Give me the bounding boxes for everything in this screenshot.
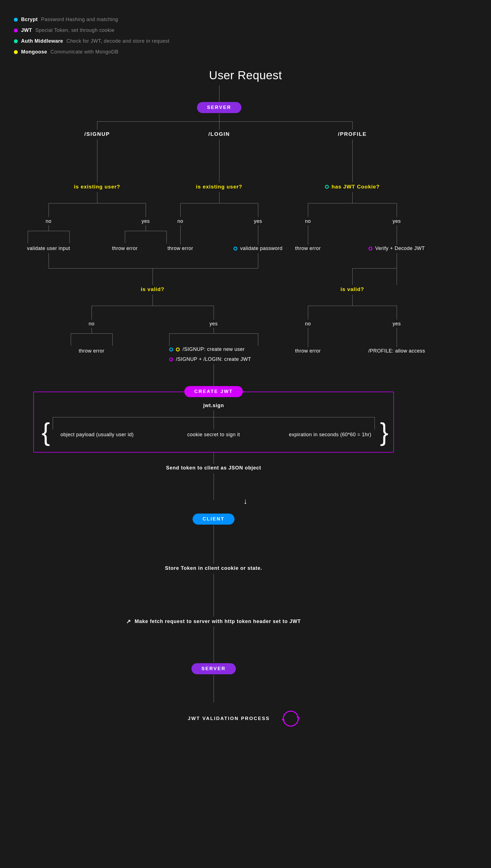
connector-line [219, 192, 220, 203]
ring-icon [234, 247, 237, 251]
ring-icon [169, 358, 173, 362]
route-login: /LOGIN [208, 131, 230, 137]
connector-line [308, 203, 308, 217]
legend-item: Mongoose Communicate with MongoDB [14, 49, 477, 55]
connector-line [213, 306, 214, 319]
connector-line [308, 203, 397, 204]
connector-line [213, 626, 214, 662]
connector-line [169, 333, 170, 346]
connector-line [258, 225, 258, 245]
action-throw-error: throw error [168, 246, 193, 251]
legend-name: Bcrypt [21, 17, 38, 23]
legend-item: Bcrypt Password Hashing and matching [14, 17, 477, 23]
action-throw-error: throw error [295, 348, 321, 354]
dot-icon [14, 50, 18, 54]
action-text: validate password [240, 246, 283, 251]
connector-line [352, 268, 397, 269]
legend-desc: Communicate with MongoDB [51, 49, 118, 55]
cycle-arrows-icon [278, 706, 303, 731]
ring-icon [325, 185, 329, 189]
client-pill: CLIENT [193, 514, 234, 525]
connector-line [49, 203, 146, 204]
connector-line [308, 225, 308, 245]
jwt-expiration: expiration in seconds (60*60 = 1hr) [289, 432, 371, 438]
connector-line [219, 140, 220, 182]
connector-line [152, 268, 153, 285]
connector-line [97, 192, 97, 203]
action-validate-password: validate password [234, 246, 283, 251]
question-text: has JWT Cookie? [331, 184, 379, 190]
connector-line [352, 294, 353, 306]
action-text: Verify + Decode JWT [375, 246, 425, 251]
answer-yes: yes [254, 218, 262, 224]
legend-name: Auth Middleware [21, 38, 63, 44]
question-text: is existing user? [74, 184, 120, 190]
action-throw-error: throw error [295, 246, 321, 251]
connector-line [308, 306, 397, 306]
connector-line [352, 192, 353, 203]
legend-desc: Password Hashing and matching [41, 17, 118, 23]
connector-line [213, 525, 214, 564]
step-text: Make fetch request to server with http t… [135, 619, 301, 624]
server-pill: SERVER [197, 102, 241, 113]
action-validate-input: validate user input [27, 246, 70, 251]
connector-line [258, 333, 258, 346]
connector-line [91, 328, 92, 333]
action-profile-allow: /PROFILE: allow access [368, 348, 425, 354]
connector-line [53, 417, 53, 430]
connector-line [180, 203, 258, 204]
connector-line [352, 268, 353, 285]
jwt-payload: object payload (usually user id) [60, 432, 134, 438]
connector-line [213, 574, 214, 617]
create-jwt-pill: CREATE JWT [184, 386, 243, 397]
dot-icon [14, 18, 18, 22]
connector-line [91, 306, 213, 306]
route-profile: /PROFILE [338, 131, 367, 137]
connector-line [28, 231, 69, 231]
answer-no: no [46, 218, 51, 224]
arrow-up-right-icon: ↗ [126, 618, 131, 625]
connector-line [146, 225, 146, 231]
legend-name: Mongoose [21, 49, 47, 55]
step-send-token: Send token to client as JSON object [166, 465, 261, 471]
step-fetch-request: ↗Make fetch request to server with http … [126, 618, 301, 625]
connector-line [352, 121, 353, 130]
jwt-validation-cycle: JWT VALIDATION PROCESS [188, 706, 303, 731]
answer-yes: yes [209, 321, 218, 327]
cycle-text: JWT VALIDATION PROCESS [188, 716, 270, 721]
action-throw-error: throw error [112, 246, 138, 251]
connector-line [97, 121, 97, 130]
connector-line [308, 328, 308, 347]
connector-line [219, 114, 220, 121]
answer-no: no [88, 321, 94, 327]
connector-line [397, 328, 397, 347]
connector-line [213, 453, 214, 464]
connector-line [397, 253, 397, 285]
action-throw-error: throw error [79, 348, 105, 354]
connector-line [397, 306, 397, 319]
question-has-jwt: has JWT Cookie? [325, 184, 379, 190]
connector-line [213, 675, 214, 703]
action-text: /SIGNUP: create new user [182, 346, 245, 352]
connector-line [213, 473, 214, 500]
connector-line [213, 417, 214, 430]
answer-no: no [305, 218, 311, 224]
connector-line [213, 364, 214, 386]
question-text: is valid? [141, 286, 164, 292]
step-store-token: Store Token in client cookie or state. [165, 565, 262, 571]
diagram-title: User Request [209, 69, 282, 82]
connector-line [125, 231, 167, 231]
connector-line [49, 268, 258, 269]
server-pill: SERVER [192, 663, 236, 674]
legend-desc: Check for JWT, decode and store in reque… [66, 38, 170, 44]
connector-line [169, 333, 258, 334]
legend-name: JWT [21, 27, 32, 33]
action-text: /SIGNUP + /LOGIN: create JWT [176, 356, 251, 362]
connector-line [219, 121, 220, 130]
answer-no: no [305, 321, 311, 327]
brace-open-icon: { [41, 418, 50, 446]
connector-line [397, 225, 397, 245]
connector-line [97, 121, 352, 122]
action-verify-jwt: Verify + Decode JWT [368, 246, 425, 251]
connector-line [91, 306, 92, 319]
